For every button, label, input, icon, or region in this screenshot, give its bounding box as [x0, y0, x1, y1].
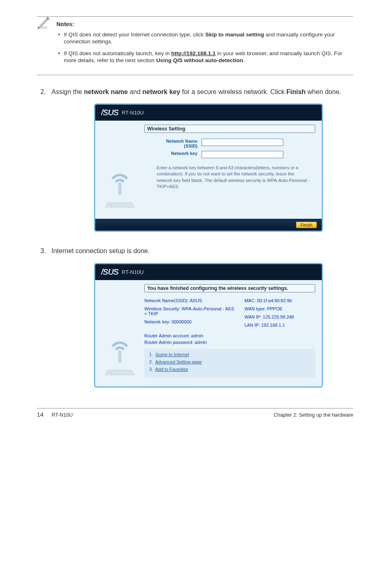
- router-header: /SUS RT-N10U: [95, 264, 322, 280]
- asus-logo: /SUS: [101, 108, 119, 117]
- svg-point-11: [112, 372, 112, 373]
- step-number: 3.: [37, 247, 46, 256]
- router-model: RT-N10U: [122, 110, 144, 116]
- button-bar: Finish: [95, 219, 322, 231]
- link-item: 1. Going to Internet: [149, 352, 310, 357]
- notes-block: Notes: If QIS does not detect your Inter…: [37, 16, 353, 75]
- link-item: 3. Add to Favorites: [149, 367, 310, 372]
- note-text: If QIS does not detect your Internet con…: [64, 31, 205, 38]
- svg-point-10: [110, 372, 110, 373]
- asus-logo: /SUS: [101, 267, 119, 277]
- panel-title: You have finished configuring the wirele…: [144, 284, 315, 292]
- status-lan-ip: LAN IP: 192.168.1.1: [244, 323, 315, 328]
- note-item-2: If QIS does not automatically launch, ke…: [64, 50, 353, 64]
- note-bold: Using QIS without auto-detection: [156, 57, 243, 63]
- admin-account: Router Admin account: admin: [144, 333, 315, 338]
- svg-point-6: [110, 204, 110, 205]
- step-bold: network key: [142, 88, 180, 95]
- list-number: 1.: [149, 352, 153, 357]
- pencil-icon: [37, 15, 52, 31]
- advanced-setting-link[interactable]: Advanced Setting page: [155, 359, 202, 364]
- footer-chapter: Chapter 2: Setting up the hardware: [273, 412, 353, 418]
- step-text: for a secure wireless network. Click: [180, 88, 287, 95]
- link-item: 2. Advanced Setting page: [149, 359, 310, 364]
- screenshot-finished: /SUS RT-N10U You have finished configuri…: [94, 263, 323, 388]
- router-illustration: [95, 121, 144, 219]
- status-key: Network key: 00000000: [144, 319, 236, 324]
- svg-point-7: [112, 204, 112, 205]
- step-3: 3. Internet connection setup is done.: [37, 247, 353, 256]
- network-name-label: Network Name (SSID): [144, 139, 197, 148]
- status-wan-type: WAN type: PPPOE: [244, 306, 315, 311]
- page-footer: 14 RT-N10U Chapter 2: Setting up the har…: [37, 408, 353, 418]
- label-line: (SSID): [144, 144, 197, 148]
- add-to-favorites-link[interactable]: Add to Favorites: [155, 367, 188, 372]
- footer-model: RT-N10U: [52, 412, 73, 418]
- network-name-input[interactable]: [202, 139, 283, 146]
- router-header: /SUS RT-N10U: [95, 105, 322, 121]
- step-2: 2. Assign the network name and network k…: [37, 88, 353, 97]
- hint-text: Enter a network key between 8 and 63 cha…: [144, 161, 315, 194]
- link-list: 1. Going to Internet 2. Advanced Setting…: [144, 349, 315, 377]
- svg-marker-5: [105, 202, 134, 207]
- note-item-1: If QIS does not detect your Internet con…: [64, 31, 353, 45]
- notes-title: Notes:: [56, 21, 353, 27]
- step-number: 2.: [37, 88, 46, 97]
- admin-password: Router Admin password: admin: [144, 340, 315, 345]
- finish-button[interactable]: Finish: [296, 222, 317, 228]
- note-text: If QIS does not automatically launch, ke…: [64, 50, 171, 56]
- step-text: Assign the: [52, 88, 84, 95]
- router-model: RT-N10U: [122, 269, 144, 275]
- svg-rect-8: [118, 350, 121, 363]
- step-text: Internet connection setup is done.: [52, 247, 353, 256]
- network-key-label: Network key: [144, 151, 197, 156]
- note-link: http://192.168.1.1: [171, 50, 216, 56]
- page-number: 14: [37, 411, 44, 418]
- svg-rect-4: [118, 183, 121, 195]
- status-mac: MAC: 00:1f:a4:90:82:9b: [244, 298, 315, 303]
- label-line: Network Name: [144, 139, 197, 144]
- screenshot-wireless-setting: /SUS RT-N10U Wireless Setting: [94, 103, 323, 232]
- panel-title: Wireless Setting: [144, 125, 315, 133]
- step-bold: Finish: [286, 88, 305, 95]
- router-illustration: [95, 280, 144, 386]
- step-text: and: [128, 88, 143, 95]
- svg-marker-9: [105, 370, 134, 375]
- network-key-input[interactable]: [202, 151, 283, 158]
- going-to-internet-link[interactable]: Going to Internet: [155, 352, 189, 357]
- status-wan-ip: WAN IP: 125.225.99.248: [244, 314, 315, 319]
- status-security: Wireless Security: WPA-Auto-Personal - A…: [144, 306, 236, 316]
- list-number: 3.: [149, 367, 153, 372]
- status-ssid: Network Name(SSID): ASUS: [144, 298, 236, 303]
- note-bold: Skip to manual setting: [205, 31, 264, 38]
- step-bold: network name: [84, 88, 128, 95]
- step-text: when done.: [306, 88, 341, 95]
- note-text: .: [243, 57, 245, 63]
- list-number: 2.: [149, 359, 153, 364]
